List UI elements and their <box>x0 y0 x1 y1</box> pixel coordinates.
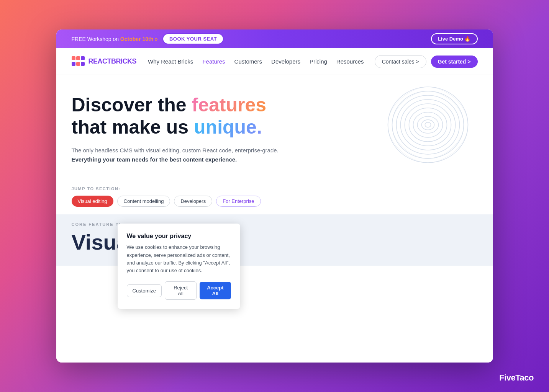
announcement-text: FREE Workshop on October 10th » <box>72 36 158 42</box>
svg-point-8 <box>421 120 434 130</box>
logo-dot-6 <box>81 62 85 66</box>
logo-dot-4 <box>72 62 75 66</box>
jump-section: JUMP TO SECTION: Visual editing Content … <box>56 179 493 211</box>
logo-dot-5 <box>76 62 80 66</box>
fingerprint-decoration <box>386 83 470 167</box>
nav-item-features[interactable]: Features <box>202 58 225 65</box>
logo-text: REACTBRICKS <box>88 57 137 65</box>
browser-window: FREE Workshop on October 10th » BOOK YOU… <box>56 29 493 363</box>
main-content: Discover the features that make us uniqu… <box>56 75 493 363</box>
hero-section: Discover the features that make us uniqu… <box>56 75 493 179</box>
announcement-bar: FREE Workshop on October 10th » BOOK YOU… <box>56 29 493 48</box>
jump-pill-enterprise[interactable]: For Enterprise <box>216 196 261 207</box>
announcement-left: FREE Workshop on October 10th » BOOK YOU… <box>72 33 224 44</box>
cookie-reject-button[interactable]: Reject All <box>165 281 197 300</box>
nav-item-why[interactable]: Why React Bricks <box>148 58 193 65</box>
navbar: REACTBRICKS Why React Bricks Features Cu… <box>56 48 493 75</box>
fivetaco-watermark: FiveTaco <box>499 373 534 383</box>
logo-dot-3 <box>81 56 85 60</box>
jump-label: JUMP TO SECTION: <box>72 186 478 191</box>
nav-link-why[interactable]: Why React Bricks <box>148 58 193 65</box>
jump-pill-content-modelling[interactable]: Content modelling <box>117 196 170 207</box>
nav-link-pricing[interactable]: Pricing <box>310 58 327 65</box>
logo-dot-1 <box>72 56 75 60</box>
nav-link-resources[interactable]: Resources <box>336 58 364 65</box>
contact-sales-button[interactable]: Contact sales > <box>375 55 426 68</box>
svg-point-9 <box>425 122 431 127</box>
navbar-right: Contact sales > Get started > <box>375 55 478 68</box>
jump-pill-developers[interactable]: Developers <box>174 196 212 207</box>
nav-item-resources[interactable]: Resources <box>336 58 364 65</box>
cookie-customize-button[interactable]: Customize <box>127 284 162 297</box>
cookie-accept-button[interactable]: Accept All <box>200 282 231 299</box>
nav-link-customers[interactable]: Customers <box>234 58 262 65</box>
get-started-button[interactable]: Get started > <box>431 56 478 68</box>
cookie-title: We value your privacy <box>127 233 231 240</box>
cookie-banner: We value your privacy We use cookies to … <box>118 224 240 309</box>
svg-point-7 <box>417 116 438 133</box>
nav-item-developers[interactable]: Developers <box>271 58 300 65</box>
nav-links: Why React Bricks Features Customers Deve… <box>148 58 364 65</box>
cookie-description: We use cookies to enhance your browsing … <box>127 243 231 274</box>
svg-point-1 <box>392 91 464 158</box>
logo-icon <box>72 56 85 67</box>
navbar-left: REACTBRICKS Why React Bricks Features Cu… <box>72 56 364 67</box>
nav-link-features[interactable]: Features <box>202 58 225 65</box>
jump-pills: Visual editing Content modelling Develop… <box>72 196 478 207</box>
svg-point-0 <box>388 87 468 163</box>
cookie-buttons: Customize Reject All Accept All <box>127 281 231 300</box>
svg-point-5 <box>409 108 447 142</box>
hero-text: Discover the features that make us uniqu… <box>72 94 286 167</box>
svg-point-2 <box>396 95 459 154</box>
logo[interactable]: REACTBRICKS <box>72 56 137 67</box>
fingerprint-svg <box>386 83 470 167</box>
hero-title: Discover the features that make us uniqu… <box>72 94 286 138</box>
svg-point-4 <box>405 104 451 146</box>
nav-item-pricing[interactable]: Pricing <box>310 58 327 65</box>
logo-dot-2 <box>76 56 80 60</box>
live-demo-button[interactable]: Live Demo 🔥 <box>431 33 477 44</box>
book-seat-button[interactable]: BOOK YOUR SEAT <box>162 33 224 44</box>
jump-pill-visual-editing[interactable]: Visual editing <box>72 196 113 207</box>
hero-description: The only headless CMS with visual editin… <box>72 146 286 164</box>
nav-link-developers[interactable]: Developers <box>271 58 300 65</box>
nav-item-customers[interactable]: Customers <box>234 58 262 65</box>
